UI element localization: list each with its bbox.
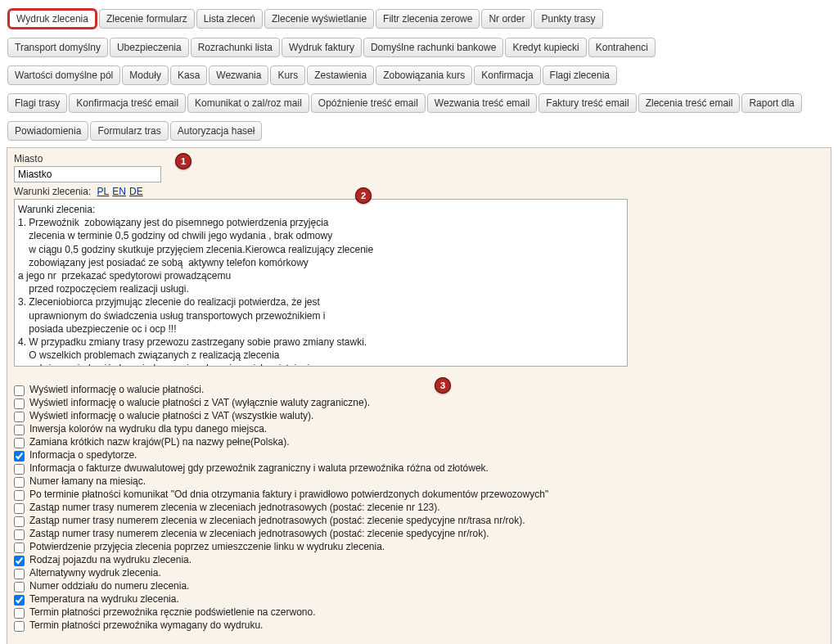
check-row[interactable]: Temperatura na wydruku zlecenia. xyxy=(14,593,824,606)
check-box[interactable] xyxy=(14,451,25,462)
check-row[interactable]: Alternatywny wydruk zlecenia. xyxy=(14,567,824,579)
lang-link-de[interactable]: DE xyxy=(129,186,143,197)
content-panel: 1 2 3 Miasto Warunki zlecenia: PLENDE Wy… xyxy=(7,147,831,644)
check-row[interactable]: Numer oddziału do numeru zlecenia. xyxy=(14,580,824,592)
check-box[interactable] xyxy=(14,438,25,448)
check-label: Zastąp numer trasy numerem zlecenia w zl… xyxy=(29,502,440,513)
terms-textarea[interactable] xyxy=(14,199,628,367)
check-box[interactable] xyxy=(14,503,25,514)
check-row[interactable]: Informacja o fakturze dwuwalutowej gdy p… xyxy=(14,462,824,475)
tab-kurs[interactable]: Kurs xyxy=(270,65,305,85)
tab-rozrachunki-lista[interactable]: Rozrachunki lista xyxy=(191,38,280,57)
tab-transport-domy-lny[interactable]: Transport domyślny xyxy=(7,38,108,57)
callout-badge-2: 2 xyxy=(355,187,372,204)
tab-punkty-trasy[interactable]: Punkty trasy xyxy=(534,9,602,29)
check-row[interactable]: Wyświetl informację o walucie płatności … xyxy=(14,397,824,409)
check-box[interactable] xyxy=(14,490,25,501)
tab-faktury-tre-email[interactable]: Faktury treść email xyxy=(538,93,636,113)
check-label: Potwierdzenie przyjęcia zlecenia poprzez… xyxy=(29,541,385,552)
tab-konfirmacja-tre-email[interactable]: Konfirmacja treść email xyxy=(69,93,186,113)
lang-link-en[interactable]: EN xyxy=(112,186,126,197)
tab-wezwania-tre-email[interactable]: Wezwania treść email xyxy=(427,93,537,113)
check-box[interactable] xyxy=(14,385,25,396)
check-row[interactable]: Informacja o spedytorze. xyxy=(14,449,824,462)
check-row[interactable]: Termin płatności przewoźnika ręcznie pod… xyxy=(14,606,824,619)
check-label: Wyświetl informację o walucie płatności. xyxy=(29,384,204,395)
tab-wezwania[interactable]: Wezwania xyxy=(209,65,268,85)
check-label: Termin płatności przewoźnika wymagany do… xyxy=(29,619,263,631)
check-label: Po terminie płatności komunikat "Od dnia… xyxy=(29,489,548,500)
tab-raport-dla[interactable]: Raport dla xyxy=(741,93,801,113)
tab-domy-lne-rachunki-bankowe[interactable]: Domyślne rachunki bankowe xyxy=(363,38,503,57)
check-box[interactable] xyxy=(14,595,25,606)
check-row[interactable]: Inwersja kolorów na wydruku dla typu dan… xyxy=(14,423,824,435)
callout-badge-3: 3 xyxy=(435,377,451,394)
check-box[interactable] xyxy=(14,582,25,592)
check-box[interactable] xyxy=(14,399,25,409)
tab-komunikat-o-zal-roz-mail[interactable]: Komunikat o zal/roz mail xyxy=(187,93,309,113)
check-row[interactable]: Termin płatności przewoźnika wymagany do… xyxy=(14,619,824,632)
check-box[interactable] xyxy=(14,529,25,540)
check-label: Zastąp numer trasy numerem zlecenia w zl… xyxy=(29,515,525,526)
check-box[interactable] xyxy=(14,516,25,527)
check-row[interactable]: Potwierdzenie przyjęcia zlecenia poprzez… xyxy=(14,541,824,553)
checklist: Wyświetl informację o walucie płatności.… xyxy=(14,384,824,632)
city-input[interactable] xyxy=(14,166,161,182)
tab-kredyt-kupiecki[interactable]: Kredyt kupiecki xyxy=(505,38,586,57)
tab-wydruk-zlecenia[interactable]: Wydruk zlecenia xyxy=(7,8,97,29)
tab-konfirmacja[interactable]: Konfirmacja xyxy=(474,65,540,85)
check-box[interactable] xyxy=(14,621,25,632)
check-label: Wyświetl informację o walucie płatności … xyxy=(29,397,370,408)
tab-zlecenie-wy-wietlanie[interactable]: Zlecenie wyświetlanie xyxy=(264,9,374,29)
tab-warto-ci-domy-lne-p-l[interactable]: Wartości domyślne pól xyxy=(7,65,120,85)
tab-nr-order[interactable]: Nr order xyxy=(481,9,532,29)
tab-zobowi-zania-kurs[interactable]: Zobowiązania kurs xyxy=(376,65,472,85)
check-row[interactable]: Wyświetl informację o walucie płatności. xyxy=(14,384,824,396)
check-row[interactable]: Rodzaj pojazdu na wydruku zlecenia. xyxy=(14,554,824,566)
check-row[interactable]: Wyświetl informację o walucie płatności … xyxy=(14,410,824,422)
check-row[interactable]: Zastąp numer trasy numerem zlecenia w zl… xyxy=(14,528,824,540)
tabs-row-5: PowiadomieniaFormularz trasAutoryzacja h… xyxy=(7,119,831,142)
check-box[interactable] xyxy=(14,569,25,579)
check-label: Alternatywny wydruk zlecenia. xyxy=(29,567,161,579)
check-row[interactable]: Zastąp numer trasy numerem zlecenia w zl… xyxy=(14,515,824,527)
tab-zlecenie-formularz[interactable]: Zlecenie formularz xyxy=(99,9,195,29)
lang-link-pl[interactable]: PL xyxy=(97,186,110,197)
tab-kasa[interactable]: Kasa xyxy=(170,65,207,85)
tab-zestawienia[interactable]: Zestawienia xyxy=(307,65,374,85)
check-row[interactable]: Numer łamany na miesiąc. xyxy=(14,475,824,488)
check-row[interactable]: Zamiana krótkich nazw krajów(PL) na nazw… xyxy=(14,436,824,448)
tab-flagi-trasy[interactable]: Flagi trasy xyxy=(7,93,67,113)
check-label: Numer oddziału do numeru zlecenia. xyxy=(29,580,189,592)
terms-label: Warunki zlecenia: xyxy=(14,186,91,197)
check-box[interactable] xyxy=(14,412,25,422)
tab-filtr-zlecenia-zerowe[interactable]: Filtr zlecenia zerowe xyxy=(376,9,480,29)
tab-lista-zlece-[interactable]: Lista zleceń xyxy=(196,9,263,29)
tab-kontrahenci[interactable]: Kontrahenci xyxy=(588,38,656,57)
check-box[interactable] xyxy=(14,477,25,488)
tab-flagi-zlecenia[interactable]: Flagi zlecenia xyxy=(543,65,617,85)
check-label: Termin płatności przewoźnika ręcznie pod… xyxy=(29,606,316,618)
tab-zlecenia-tre-email[interactable]: Zlecenia treść email xyxy=(638,93,741,113)
tab-autoryzacja-hase-[interactable]: Autoryzacja haseł xyxy=(170,121,263,141)
check-label: Wyświetl informację o walucie płatności … xyxy=(29,410,313,421)
tab-modu-y[interactable]: Moduły xyxy=(122,65,169,85)
tab-formularz-tras[interactable]: Formularz tras xyxy=(90,121,168,141)
check-box[interactable] xyxy=(14,608,25,619)
city-label: Miasto xyxy=(14,153,824,164)
tab-wydruk-faktury[interactable]: Wydruk faktury xyxy=(282,38,362,57)
tab-ubezpieczenia[interactable]: Ubezpieczenia xyxy=(110,38,189,57)
check-row[interactable]: Zastąp numer trasy numerem zlecenia w zl… xyxy=(14,502,824,514)
tabs-row-1: Wydruk zleceniaZlecenie formularzLista z… xyxy=(7,7,831,31)
check-box[interactable] xyxy=(14,556,25,566)
check-label: Zamiana krótkich nazw krajów(PL) na nazw… xyxy=(29,436,289,448)
check-label: Informacja o spedytorze. xyxy=(29,449,137,461)
check-row[interactable]: Po terminie płatności komunikat "Od dnia… xyxy=(14,489,824,501)
tab-powiadomienia[interactable]: Powiadomienia xyxy=(7,121,88,141)
tab-op-nienie-tre-email[interactable]: Opóźnienie treść email xyxy=(311,93,426,113)
check-box[interactable] xyxy=(14,543,25,553)
check-box[interactable] xyxy=(14,464,25,475)
check-label: Rodzaj pojazdu na wydruku zlecenia. xyxy=(29,554,191,565)
language-row: Warunki zlecenia: PLENDE xyxy=(14,186,824,197)
check-box[interactable] xyxy=(14,425,25,435)
